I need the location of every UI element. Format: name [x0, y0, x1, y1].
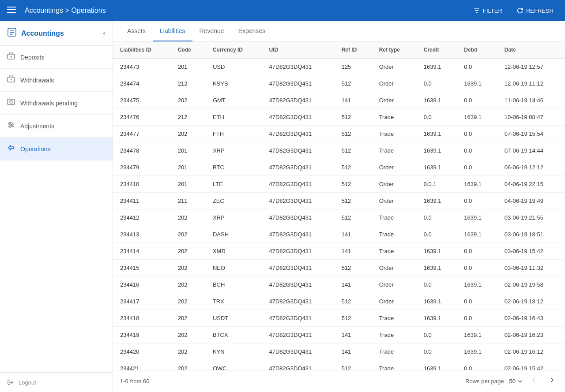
withdrawals-icon — [7, 75, 15, 85]
cell-ref-type: Trade — [372, 142, 417, 159]
cell-uid: 47D82G3DQ431 — [262, 59, 334, 75]
cell-currency-id: XRP — [206, 142, 262, 159]
table-row[interactable]: 234412202XRP47D82G3DQ431512Trade0.01639.… — [113, 209, 565, 226]
cell-ref-type: Order — [372, 75, 417, 92]
cell-ref-type: Trade — [372, 209, 417, 226]
cell-code: 202 — [171, 92, 206, 109]
table-row[interactable]: 234475202GMT47D82G3DQ431141Order1639.10.… — [113, 92, 565, 109]
cell-liabilities-id: 234413 — [113, 226, 171, 243]
cell-uid: 47D82G3DQ431 — [262, 360, 334, 370]
main-content: AssetsLiabilitiesRevenueExpenses Liabili… — [113, 21, 565, 392]
breadcrumb: Accountings > Operations — [25, 7, 463, 15]
menu-icon[interactable] — [7, 5, 16, 16]
deposits-icon — [7, 52, 15, 62]
cell-liabilities-id: 234477 — [113, 126, 171, 142]
cell-ref-id: 512 — [335, 126, 372, 142]
cell-currency-id: KSYS — [206, 75, 262, 92]
refresh-button[interactable]: REFRESH — [512, 4, 558, 17]
cell-credit: 1639.1 — [417, 243, 457, 260]
cell-debit: 1639.1 — [457, 276, 497, 293]
cell-uid: 47D82G3DQ431 — [262, 343, 334, 360]
cell-credit: 0.0 — [417, 327, 457, 343]
cell-liabilities-id: 234476 — [113, 109, 171, 126]
cell-code: 202 — [171, 343, 206, 360]
cell-debit: 0.0 — [457, 193, 497, 209]
table-row[interactable]: 234476212ETH47D82G3DQ431512Trade0.01639.… — [113, 109, 565, 126]
cell-currency-id: TRX — [206, 293, 262, 310]
cell-date: 02-06-19 18:12 — [497, 293, 565, 310]
sidebar-collapse-button[interactable]: ‹ — [103, 29, 105, 38]
cell-debit: 1639.1 — [457, 209, 497, 226]
cell-liabilities-id: 234421 — [113, 360, 171, 370]
cell-liabilities-id: 234416 — [113, 276, 171, 293]
table-row[interactable]: 234413202DASH47D82G3DQ431141Trade0.01639… — [113, 226, 565, 243]
cell-ref-type: Order — [372, 176, 417, 193]
table-row[interactable]: 234416202BCH47D82G3DQ431141Order0.01639.… — [113, 276, 565, 293]
prev-page-button[interactable] — [528, 375, 540, 388]
cell-currency-id: USDT — [206, 310, 262, 327]
next-page-button[interactable] — [546, 375, 558, 388]
sidebar-item-deposits[interactable]: Deposits — [0, 46, 113, 69]
table-row[interactable]: 234411211ZEC47D82G3DQ431512Order1639.10.… — [113, 193, 565, 209]
cell-ref-type: Order — [372, 193, 417, 209]
cell-uid: 47D82G3DQ431 — [262, 243, 334, 260]
sidebar-item-operations[interactable]: Operations — [0, 138, 113, 161]
cell-ref-id: 125 — [335, 59, 372, 75]
table-row[interactable]: 234417202TRX47D82G3DQ431512Order1639.10.… — [113, 293, 565, 310]
cell-liabilities-id: 234412 — [113, 209, 171, 226]
filter-button[interactable]: FILTER — [469, 4, 507, 17]
cell-uid: 47D82G3DQ431 — [262, 310, 334, 327]
accountings-icon — [7, 27, 17, 39]
cell-code: 202 — [171, 260, 206, 276]
logout-label: Logout — [19, 379, 36, 386]
table-body: 234473201USD47D82G3DQ431125Order1639.10.… — [113, 59, 565, 370]
cell-ref-type: Order — [372, 59, 417, 75]
cell-date: 07-06-19 14:44 — [497, 142, 565, 159]
table-row[interactable]: 234479201BTC47D82G3DQ431512Order1639.10.… — [113, 159, 565, 176]
cell-credit: 1639.1 — [417, 260, 457, 276]
table-row[interactable]: 234478201XRP47D82G3DQ431512Trade1639.10.… — [113, 142, 565, 159]
tab-revenue[interactable]: Revenue — [192, 21, 231, 41]
cell-ref-id: 512 — [335, 75, 372, 92]
cell-date: 04-06-19 19:49 — [497, 193, 565, 209]
refresh-label: REFRESH — [526, 7, 554, 14]
svg-point-22 — [11, 124, 13, 126]
table-row[interactable]: 234415202NEO47D82G3DQ431512Order1639.10.… — [113, 260, 565, 276]
logout-button[interactable]: Logout — [0, 372, 113, 392]
table-row[interactable]: 234473201USD47D82G3DQ431125Order1639.10.… — [113, 59, 565, 75]
cell-credit: 1639.1 — [417, 293, 457, 310]
tab-liabilities[interactable]: Liabilities — [153, 21, 192, 41]
cell-currency-id: FTH — [206, 126, 262, 142]
tab-assets[interactable]: Assets — [120, 21, 153, 41]
table-row[interactable]: 234421202OWC47D82G3DQ431512Trade1639.10.… — [113, 360, 565, 370]
cell-ref-id: 512 — [335, 360, 372, 370]
table-row[interactable]: 234418202USDT47D82G3DQ431512Trade1639.10… — [113, 310, 565, 327]
table-row[interactable]: 234414202XMR47D82G3DQ431141Trade1639.10.… — [113, 243, 565, 260]
table-row[interactable]: 234420202KYN47D82G3DQ431141Trade0.01639.… — [113, 343, 565, 360]
cell-date: 02-06-19 16:12 — [497, 343, 565, 360]
cell-code: 202 — [171, 327, 206, 343]
cell-uid: 47D82G3DQ431 — [262, 276, 334, 293]
table-row[interactable]: 234419202BTCX47D82G3DQ431141Trade0.01639… — [113, 327, 565, 343]
sidebar-item-withdrawals-pending[interactable]: Withdrawals pending — [0, 92, 113, 115]
sidebar-item-withdrawals[interactable]: Withdrawals — [0, 69, 113, 92]
cell-ref-type: Trade — [372, 243, 417, 260]
table-row[interactable]: 234477202FTH47D82G3DQ431512Trade1639.10.… — [113, 126, 565, 142]
col-header-code: Code — [171, 41, 206, 59]
table-row[interactable]: 234410201LTE47D82G3DQ431512Order0.0.1163… — [113, 176, 565, 193]
table-row[interactable]: 234474212KSYS47D82G3DQ431512Order0.01639… — [113, 75, 565, 92]
cell-liabilities-id: 234475 — [113, 92, 171, 109]
cell-ref-type: Trade — [372, 226, 417, 243]
sidebar-item-adjustments[interactable]: Adjustments — [0, 115, 113, 138]
cell-debit: 0.0 — [457, 293, 497, 310]
cell-ref-id: 512 — [335, 260, 372, 276]
cell-uid: 47D82G3DQ431 — [262, 209, 334, 226]
cell-currency-id: XRP — [206, 209, 262, 226]
tab-expenses[interactable]: Expenses — [231, 21, 272, 41]
cell-debit: 0.0 — [457, 243, 497, 260]
cell-code: 202 — [171, 226, 206, 243]
cell-date: 02-06-19 16:23 — [497, 327, 565, 343]
sidebar-item-label-withdrawals-pending: Withdrawals pending — [20, 100, 78, 107]
cell-currency-id: BTC — [206, 159, 262, 176]
rows-per-page-select[interactable]: 50 — [509, 378, 523, 385]
